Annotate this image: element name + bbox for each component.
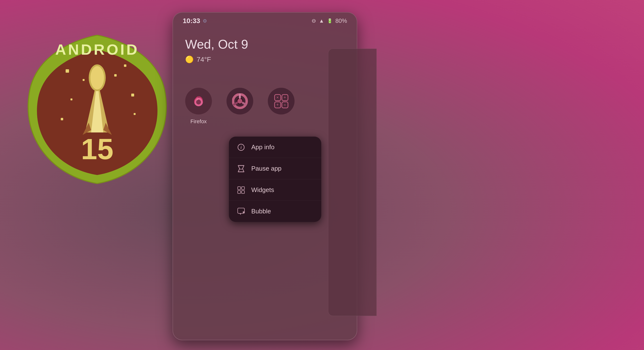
bubble-svg [238, 208, 245, 215]
svg-rect-1 [124, 64, 126, 67]
svg-marker-35 [238, 166, 244, 172]
widgets-icon [237, 186, 246, 194]
status-icons: ⊖ ▲ 🔋 80% [312, 18, 347, 24]
bubble-icon [237, 208, 246, 215]
svg-rect-38 [238, 187, 240, 190]
android-badge: 15 ANDROID [20, 24, 175, 194]
firefox-svg [191, 93, 206, 109]
context-menu: i App info Pause app [229, 136, 321, 222]
firefox-app-icon[interactable]: Firefox [185, 88, 212, 125]
svg-text:+: + [276, 102, 279, 107]
svg-text:15: 15 [81, 133, 113, 165]
svg-rect-0 [66, 69, 69, 73]
calc-icon-circle: × + + = [268, 88, 294, 114]
calculator-app-icon[interactable]: × + + = Calculator [268, 88, 294, 125]
svg-text:i: i [240, 145, 242, 150]
status-time: 10:33 [183, 17, 200, 25]
weather-icon: 🟡 [185, 56, 194, 64]
context-menu-app-info[interactable]: i App info [229, 136, 321, 158]
bubble-label: Bubble [251, 208, 271, 215]
svg-rect-44 [243, 212, 244, 213]
widgets-svg [238, 186, 245, 194]
svg-rect-3 [131, 94, 134, 96]
weather-temperature: 74°F [196, 56, 211, 64]
hourglass-svg [238, 165, 244, 172]
svg-rect-6 [114, 74, 117, 76]
badge-svg: 15 ANDROID [22, 30, 172, 188]
widgets-label: Widgets [251, 186, 274, 194]
svg-rect-4 [61, 118, 63, 120]
context-menu-pause-app[interactable]: Pause app [229, 158, 321, 180]
svg-rect-39 [242, 187, 244, 190]
battery-percent: 80% [335, 18, 347, 24]
svg-point-18 [196, 100, 201, 104]
settings-icon: ⚙ [203, 18, 207, 24]
svg-rect-2 [70, 98, 72, 100]
firefox-icon-circle [185, 88, 212, 114]
do-not-disturb-icon: ⊖ [312, 18, 316, 24]
battery-icon: 🔋 [327, 18, 332, 24]
svg-marker-43 [239, 214, 241, 215]
hourglass-icon [237, 165, 246, 172]
date-display: Wed, Oct 9 [185, 37, 344, 52]
firefox-label: Firefox [190, 118, 206, 125]
svg-rect-5 [134, 113, 136, 115]
info-icon: i [237, 144, 246, 151]
svg-rect-41 [242, 190, 244, 194]
svg-text:+: + [283, 95, 286, 100]
svg-point-21 [238, 99, 242, 104]
info-circle-icon: i [238, 144, 245, 151]
svg-text:=: = [284, 103, 286, 107]
svg-text:ANDROID: ANDROID [55, 41, 139, 58]
wifi-icon: ▲ [319, 18, 324, 24]
status-left: 10:33 ⚙ [183, 17, 207, 25]
pause-app-label: Pause app [251, 165, 282, 172]
second-phone-partial [328, 48, 377, 316]
chrome-svg [232, 93, 248, 109]
svg-rect-40 [238, 190, 240, 194]
app-info-label: App info [251, 144, 274, 151]
calc-svg: × + + = [274, 93, 289, 109]
weather-row: 🟡 74°F [185, 56, 344, 64]
status-bar: 10:33 ⚙ ⊖ ▲ 🔋 80% [173, 13, 357, 27]
chrome-icon-circle [226, 88, 253, 114]
context-menu-bubble[interactable]: Bubble [229, 201, 321, 222]
svg-rect-7 [83, 79, 84, 81]
context-menu-widgets[interactable]: Widgets [229, 180, 321, 201]
chrome-app-icon[interactable]: Chrome [226, 88, 253, 125]
svg-text:×: × [276, 95, 279, 100]
svg-point-11 [90, 66, 104, 90]
